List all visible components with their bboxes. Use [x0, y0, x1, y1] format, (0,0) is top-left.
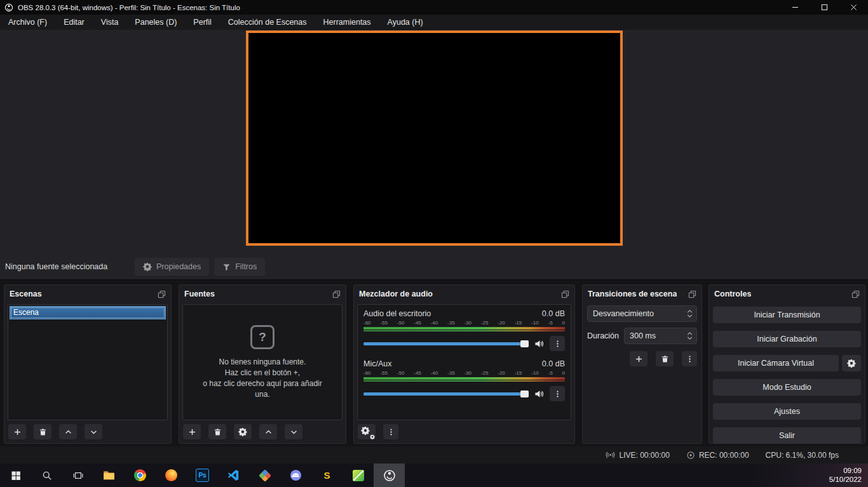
chrome-icon[interactable] — [125, 464, 156, 487]
exit-button[interactable]: Salir — [713, 427, 861, 444]
mixer-options-kebab-button[interactable] — [383, 424, 398, 439]
green-app-icon[interactable] — [342, 464, 374, 487]
tick-label: -60 — [363, 320, 371, 326]
speaker-icon[interactable] — [534, 389, 544, 399]
spinbox-arrows[interactable] — [683, 332, 693, 340]
controls-panel-header[interactable]: Controles — [709, 285, 865, 303]
question-mark-icon: ? — [250, 325, 275, 349]
select-spinner-arrows[interactable] — [683, 310, 693, 317]
rec-time-status: REC: 00:00:00 — [686, 451, 749, 460]
scene-list-item[interactable]: Escena — [10, 306, 166, 319]
transition-options-kebab-button[interactable] — [682, 351, 697, 366]
preview-area[interactable] — [0, 30, 868, 254]
filters-button[interactable]: Filtros — [214, 258, 265, 276]
menu-item-vista[interactable]: Vista — [93, 15, 127, 30]
volume-slider[interactable] — [363, 390, 529, 398]
virtual-camera-settings-button[interactable] — [842, 355, 861, 371]
add-source-button[interactable] — [183, 424, 201, 439]
source-move-down-button[interactable] — [285, 424, 302, 439]
settings-button[interactable]: Ajustes — [713, 403, 861, 420]
volume-slider-handle[interactable] — [520, 340, 529, 347]
diamond-app-icon[interactable] — [249, 464, 280, 487]
photoshop-icon[interactable]: Ps — [187, 464, 218, 487]
menu-item-editar[interactable]: Editar — [55, 15, 93, 30]
add-scene-button[interactable] — [8, 424, 26, 439]
studio-mode-button[interactable]: Modo Estudio — [713, 379, 861, 396]
scenes-panel-header[interactable]: Escenas — [4, 285, 171, 303]
popout-icon[interactable] — [561, 290, 569, 298]
close-button[interactable] — [839, 0, 868, 15]
sources-panel-header[interactable]: Fuentes — [179, 285, 346, 303]
add-transition-button[interactable] — [630, 351, 648, 366]
start-button[interactable] — [0, 464, 31, 487]
tick-label: -25 — [481, 370, 489, 376]
vscode-icon[interactable] — [218, 464, 249, 487]
obs-logo-icon — [4, 3, 13, 12]
firefox-icon[interactable] — [156, 464, 187, 487]
taskbar-clock[interactable]: 09:09 5/10/2022 — [829, 467, 862, 484]
properties-button[interactable]: Propiedades — [135, 258, 209, 276]
tick-label: -25 — [481, 320, 489, 326]
popout-icon[interactable] — [332, 290, 341, 298]
search-button[interactable] — [31, 464, 62, 487]
remove-transition-button[interactable] — [656, 351, 674, 366]
gear-gear-icon — [361, 426, 372, 437]
menu-item-paneles[interactable]: Paneles (D) — [126, 15, 185, 30]
system-tray[interactable]: 09:09 5/10/2022 — [829, 464, 868, 487]
s-app-icon[interactable]: S — [311, 464, 342, 487]
start-virtual-camera-button[interactable]: Iniciar Cámara Virtual — [713, 355, 839, 371]
source-properties-button[interactable] — [234, 424, 252, 439]
tick-label: -5 — [548, 370, 552, 376]
maximize-button[interactable] — [810, 0, 839, 15]
preview-canvas[interactable] — [246, 30, 623, 246]
popout-icon[interactable] — [688, 290, 696, 298]
tick-label: -60 — [363, 370, 371, 376]
menu-item-coleccion-escenas[interactable]: Colección de Escenas — [220, 15, 315, 30]
remove-source-button[interactable] — [208, 424, 226, 439]
tick-label: -45 — [414, 370, 421, 376]
discord-icon[interactable] — [280, 464, 311, 487]
start-streaming-button[interactable]: Iniciar Transmisión — [713, 307, 861, 323]
controls-panel: Controles Iniciar Transmisión Iniciar Gr… — [709, 284, 865, 444]
mixer-panel-header[interactable]: Mezclador de audio — [354, 285, 574, 303]
speaker-icon[interactable] — [534, 339, 544, 349]
menu-item-ayuda[interactable]: Ayuda (H) — [379, 15, 431, 30]
popout-icon[interactable] — [158, 290, 166, 298]
tick-label: -35 — [447, 370, 455, 376]
scenes-panel: Escenas Escena — [4, 284, 172, 444]
channel-options-kebab-button[interactable] — [550, 386, 565, 401]
mixer-body-frame: Audio del escritorio 0.0 dB -60-55-50-45… — [357, 304, 571, 420]
scenes-list[interactable]: Escena — [8, 304, 168, 420]
volume-slider-handle[interactable] — [520, 390, 529, 397]
minimize-button[interactable] — [780, 0, 810, 15]
sources-list[interactable]: ? No tienes ninguna fuente. Haz clic en … — [182, 304, 342, 420]
channel-level-db: 0.0 dB — [542, 359, 565, 368]
start-recording-button[interactable]: Iniciar Grabación — [713, 331, 861, 347]
transitions-panel-header[interactable]: Transiciones de escena — [583, 285, 702, 303]
mixer-panel-title: Mezclador de audio — [359, 290, 433, 298]
remove-scene-button[interactable] — [34, 424, 51, 439]
scene-move-down-button[interactable] — [85, 424, 102, 439]
source-move-up-button[interactable] — [259, 424, 277, 439]
transition-select[interactable]: Desvanecimiento — [587, 305, 697, 322]
duration-spinbox[interactable]: 300 ms — [624, 328, 697, 344]
task-view-button[interactable] — [62, 464, 93, 487]
advanced-audio-gear-button[interactable] — [358, 424, 376, 439]
menu-item-archivo[interactable]: Archivo (F) — [0, 15, 55, 30]
obs-taskbar-icon[interactable] — [374, 464, 405, 487]
tick-label: -10 — [531, 320, 539, 326]
mixer-channel-desktop-audio: Audio del escritorio 0.0 dB -60-55-50-45… — [363, 309, 565, 351]
audio-mixer-panel: Mezclador de audio Audio del escritorio … — [353, 284, 575, 444]
clock-time: 09:09 — [829, 467, 862, 476]
scene-move-up-button[interactable] — [59, 424, 77, 439]
menu-item-herramientas[interactable]: Herramientas — [315, 15, 379, 30]
properties-button-label: Propiedades — [156, 262, 201, 271]
channel-options-kebab-button[interactable] — [550, 336, 565, 351]
popout-icon[interactable] — [851, 290, 860, 298]
scenes-toolbar — [8, 424, 167, 440]
live-time-status: LIVE: 00:00:00 — [606, 450, 669, 460]
menu-item-perfil[interactable]: Perfil — [185, 15, 219, 30]
volume-slider[interactable] — [363, 340, 529, 348]
sources-toolbar — [183, 424, 342, 440]
file-explorer-icon[interactable] — [93, 464, 125, 487]
